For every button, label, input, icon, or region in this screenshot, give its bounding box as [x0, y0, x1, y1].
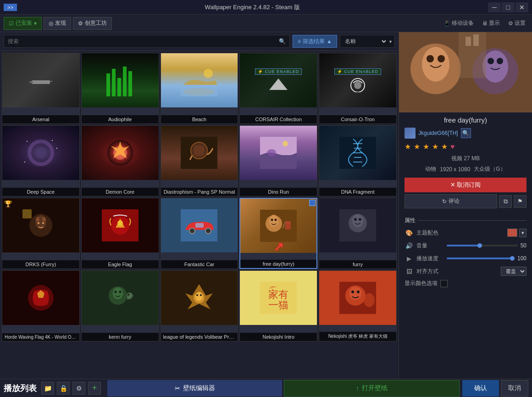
color-options-label: 显示颜色选项	[405, 280, 438, 287]
close-button[interactable]: ✕	[515, 2, 528, 12]
svg-point-58	[359, 218, 361, 221]
wallpaper-label-corsair: CORSAIR Collection	[240, 115, 317, 123]
wallpaper-item-corsair[interactable]: ⚡ CUE ENABLED CORSAIR Collection	[239, 53, 317, 124]
align-select[interactable]: 覆盖	[501, 267, 526, 276]
volume-icon: 🔊	[405, 241, 414, 250]
color-swatch[interactable]	[507, 229, 517, 237]
minimize-button[interactable]: ─	[488, 2, 501, 12]
wallpaper-item-arsenal[interactable]: Arsenal	[2, 53, 80, 124]
mobile-button[interactable]: 📱 移动设备	[441, 18, 477, 28]
svg-point-79	[351, 291, 354, 293]
settings-button[interactable]: ⚙ 设置	[505, 18, 528, 28]
wallpaper-item-dinorun[interactable]: Dino Run	[239, 125, 317, 196]
svg-point-91	[497, 58, 503, 64]
comment-button[interactable]: ↻ 评论	[405, 194, 497, 208]
wallpaper-item-lol[interactable]: league of legends Volibear Prestige	[161, 270, 238, 341]
file-size: 27 MB	[464, 155, 480, 162]
folder-button[interactable]: 📁	[41, 382, 54, 395]
svg-point-56	[352, 214, 363, 227]
cancel-button[interactable]: 取消	[501, 380, 528, 397]
playback-row: ▶ 播放速度 100	[405, 254, 526, 263]
playback-slider-wrap	[447, 257, 515, 259]
toolbar-right: 📱 移动设备 🖥 显示 ⚙ 设置	[441, 18, 528, 28]
refresh-icon: ↻	[442, 198, 447, 205]
wallpaper-item-horde[interactable]: Horde Waving Flag 4K - World Of Warcraft	[2, 270, 80, 341]
wallpaper-grid: Arsenal Audiophile	[0, 51, 399, 379]
search-bar: 🔍 ≡ 筛选结果 ▲ 名称 ▾	[0, 32, 399, 51]
wallpaper-label-fantasticcar: Fantastic Car	[161, 260, 238, 268]
wallpaper-item-eagleflag[interactable]: Eagle Flag	[81, 198, 159, 269]
wallpaper-item-dnafragment[interactable]: DNA Fragment	[319, 125, 397, 196]
add-button[interactable]: +	[88, 382, 101, 395]
color-dropdown[interactable]: ▾	[519, 229, 526, 237]
scissors-icon: ✂	[175, 385, 180, 392]
wallpaper-item-demoncore[interactable]: Demon Core	[81, 125, 159, 196]
wallpaper-label-drks: DRKS (Furry)	[2, 260, 79, 268]
wallpaper-item-diastrophism[interactable]: Diastrophism - Pang SP Normal	[161, 125, 238, 196]
svg-point-89	[482, 50, 508, 83]
svg-point-35	[36, 217, 39, 222]
svg-point-81	[364, 293, 375, 307]
color-options-checkbox[interactable]	[440, 280, 448, 287]
svg-rect-92	[459, 32, 486, 78]
svg-point-18	[24, 162, 25, 162]
sort-select[interactable]: 名称	[343, 38, 388, 45]
lock-button[interactable]: 🔒	[57, 382, 70, 395]
filter-button[interactable]: ≡ 筛选结果 ▲	[293, 35, 337, 48]
file-info: 视频 27 MB	[405, 155, 526, 162]
wallpaper-item-audiophile[interactable]: Audiophile	[81, 53, 159, 124]
up-icon: ↑	[356, 385, 359, 392]
selected-indicator	[309, 200, 316, 206]
volume-value: 50	[521, 242, 526, 249]
search-input[interactable]	[8, 38, 279, 45]
settings-gear-button[interactable]: ⚙	[72, 382, 85, 395]
wallpaper-label-diastrophism: Diastrophism - Pang SP Normal	[161, 188, 238, 196]
wallpaper-item-nekojishi[interactable]: 家有 一猫 Nekojishi Intro	[239, 270, 317, 341]
flag-button[interactable]: ⚑	[514, 195, 526, 208]
filter-icon: ≡	[298, 38, 301, 45]
author-name[interactable]: JkguideG66[TH]	[418, 130, 458, 136]
filter-up-icon: ▲	[327, 38, 332, 45]
copy-button[interactable]: ⧉	[499, 195, 512, 208]
wallpaper-item-furry[interactable]: furry	[319, 198, 397, 269]
svg-rect-93	[466, 37, 471, 46]
svg-point-90	[488, 58, 494, 64]
svg-text:家有: 家有	[268, 289, 288, 300]
volume-slider[interactable]	[447, 245, 518, 246]
meta-row: 动物 1920 x 1080 大众级（G）	[405, 165, 526, 173]
playback-slider[interactable]	[447, 257, 515, 259]
wallpaper-item-corsair2[interactable]: ⚡ CUE ENABLED Corsair-O-Tron	[319, 53, 397, 124]
wallpaper-item-nekojishi2[interactable]: Nekojishi 虎爷 林虎 家有大猫	[319, 270, 397, 341]
maximize-button[interactable]: □	[502, 2, 515, 12]
installed-button[interactable]: ☑ 已安装 ▾	[4, 17, 42, 30]
tag: 动物	[425, 165, 436, 173]
discover-button[interactable]: ◎ 发现	[44, 17, 71, 30]
svg-point-87	[438, 55, 445, 62]
favorite-button[interactable]: ♥	[450, 143, 455, 151]
unsubscribe-button[interactable]: ✕ 取消订阅	[405, 178, 526, 192]
wallpaper-editor-button[interactable]: ✂ 壁纸编辑器	[107, 380, 282, 397]
file-type: 视频	[451, 155, 462, 162]
wallpaper-item-fantasticcar[interactable]: Fantastic Car	[161, 198, 238, 269]
svg-point-65	[114, 291, 116, 293]
wallpaper-item-drks[interactable]: DRKS (Furry) 🏆	[2, 198, 80, 269]
skip-button[interactable]: >>	[4, 4, 17, 11]
palette-icon: 🎨	[405, 228, 414, 237]
workshop-button[interactable]: ⚙ 创意工坊	[73, 17, 112, 30]
svg-text:一猫: 一猫	[268, 299, 288, 311]
svg-point-66	[119, 291, 121, 293]
resolution: 1920 x 1080	[440, 166, 470, 173]
preview-image	[399, 32, 532, 112]
svg-point-24	[283, 141, 288, 146]
wallpaper-label-dnafragment: DNA Fragment	[319, 188, 396, 196]
sort-arrow-icon: ▾	[389, 39, 392, 44]
wallpaper-item-deepspace[interactable]: Deep Space	[2, 125, 80, 196]
search-author-button[interactable]: 🔍	[461, 128, 471, 138]
svg-rect-4	[112, 69, 116, 96]
wallpaper-item-beach[interactable]: Beach	[161, 53, 238, 124]
wallpaper-item-freeday[interactable]: ↗ free day(furry)	[239, 198, 317, 269]
open-wallpaper-button[interactable]: ↑ 打开壁纸	[284, 380, 460, 397]
display-button[interactable]: 🖥 显示	[479, 18, 503, 28]
confirm-button[interactable]: 确认	[462, 380, 499, 397]
wallpaper-item-kennfurry[interactable]: kenn furry	[81, 270, 159, 341]
